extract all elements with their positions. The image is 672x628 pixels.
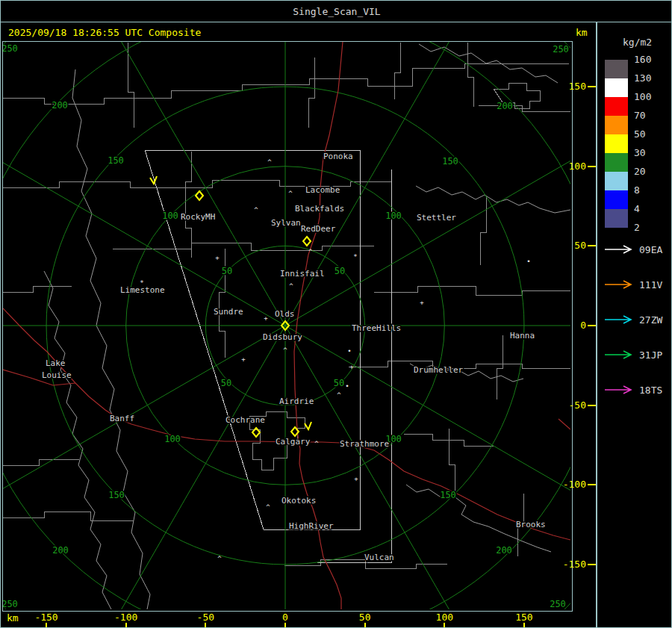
bottom-axis-tick [125,623,127,628]
city-label: Banff [110,414,134,423]
vil-scale-color-swatch [605,116,628,134]
bottom-axis-tick [284,623,286,628]
info-bar: 2025/09/18 18:26:55 UTC Composite km [1,22,596,41]
radar-map-canvas[interactable]: ^^^^^^^^^^++++++**••• 505050501001001001… [3,42,570,609]
right-axis-tick [588,564,596,565]
county-boundaries [3,43,570,568]
county-line [128,43,134,128]
bottom-axis-tick [364,623,366,628]
right-axis-tick [588,405,596,406]
range-ring-label: 200 [497,101,513,111]
city-label: Brooks [516,520,546,529]
point-marker: ^ [288,190,293,197]
vil-scale-value-label: 160 [634,55,651,65]
bottom-axis-tick [46,623,47,628]
point-marker: + [241,355,246,363]
right-axis-tick-label: 100 [569,161,586,172]
storm-track-arrow-icon [603,385,636,395]
city-label: Calgary [276,437,311,447]
range-ring-label: 250 [553,44,569,55]
city-label: RedDeer [301,224,336,234]
storm-track-row: 111V [597,279,672,290]
arrow-glyph [605,246,631,253]
storm-cell-diamond-marker [196,191,203,200]
storm-cell-diamond-marker [303,237,311,246]
window-title-bar: Single_Scan_VIL [1,1,672,22]
bottom-distance-axis: km -150-100-50050100150 [1,610,596,628]
bottom-axis-tick-label: -150 [34,612,57,623]
city-label: Drumheller [414,365,464,375]
right-axis-tick-label: 150 [569,81,586,92]
vil-scale-value-label: 4 [634,204,640,214]
range-ring-label: 200 [52,100,68,111]
point-marker: + [420,299,424,306]
range-ring-label: 150 [108,490,125,500]
vil-scale-value-label: 2 [634,223,640,233]
vil-scale-color-swatch [605,190,628,209]
bottom-axis-tick-label: 150 [515,612,532,623]
storm-track-arrow-icon [603,244,636,255]
vil-scale-color-swatch [605,97,628,116]
vil-scale-value-label: 20 [634,167,646,177]
point-marker: ^ [308,248,313,255]
arrow-glyph [605,351,631,358]
county-line [394,43,400,99]
city-label: Blackfalds [295,204,344,214]
scan-timestamp: 2025/09/18 18:26:55 UTC Composite [8,27,201,38]
range-ring-label: 100 [164,434,181,444]
point-marker: • [345,382,349,390]
arrow-glyph [605,281,631,288]
point-marker: + [349,363,354,370]
range-ring-label: 250 [3,599,18,609]
city-label: Okotoks [281,496,316,506]
city-label: Strathmore [340,439,389,449]
city-label: Stettler [417,213,456,223]
storm-track-id-label: 111V [639,279,662,290]
point-marker: ^ [283,346,287,354]
range-ring-label: 150 [440,490,456,500]
arrow-glyph [605,386,631,394]
county-line [3,286,72,292]
point-marker: • [526,258,530,265]
right-axis-tick [588,484,596,485]
storm-vee-marker [305,422,311,429]
vil-scale-color-swatch [605,153,628,172]
storm-track-row: 27ZW [597,314,672,326]
range-ring-label: 50 [221,378,231,388]
right-axis-tick-label: -150 [563,559,586,570]
storm-track-row: 09EA [597,243,672,255]
storm-track-arrow-icon [603,314,636,325]
county-line [497,335,503,400]
city-label: Lacombe [305,185,340,195]
point-marker: + [354,475,358,482]
storm-track-row: 18TS [597,384,672,396]
bottom-axis-tick [205,623,206,628]
right-distance-axis: 150100500-50-100-150 [571,42,596,609]
county-line [185,152,191,258]
point-marker: + [215,254,220,261]
highway-line [559,419,570,429]
range-ring-label: 100 [162,211,178,221]
right-axis-tick-label: -100 [563,479,586,490]
range-ring-label: 250 [3,43,18,54]
city-label: Limestone [120,285,165,295]
point-marker: + [264,314,268,322]
city-label: Louise [42,370,72,380]
bottom-axis-tick-label: -100 [114,612,137,623]
legend-panel: kg/m2 16013010070503020842 09EA111V27ZW3… [597,22,672,628]
county-line [467,43,473,107]
county-line [219,249,225,358]
city-label: ThreeHills [352,323,401,333]
city-label: RockyMH [181,212,215,222]
range-ring-label: 250 [550,599,566,609]
terrain-line [406,485,551,552]
city-label: Cochrane [225,415,265,425]
storm-track-id-label: 31JP [639,349,662,361]
point-marker: * [353,253,357,261]
storm-track-id-label: 18TS [639,385,662,396]
storm-track-arrow-icon [603,279,636,290]
city-label: Vulcan [364,553,394,562]
terrain-line [44,271,111,609]
right-axis-tick [588,325,596,326]
bottom-axis-tick-label: 100 [436,612,453,623]
